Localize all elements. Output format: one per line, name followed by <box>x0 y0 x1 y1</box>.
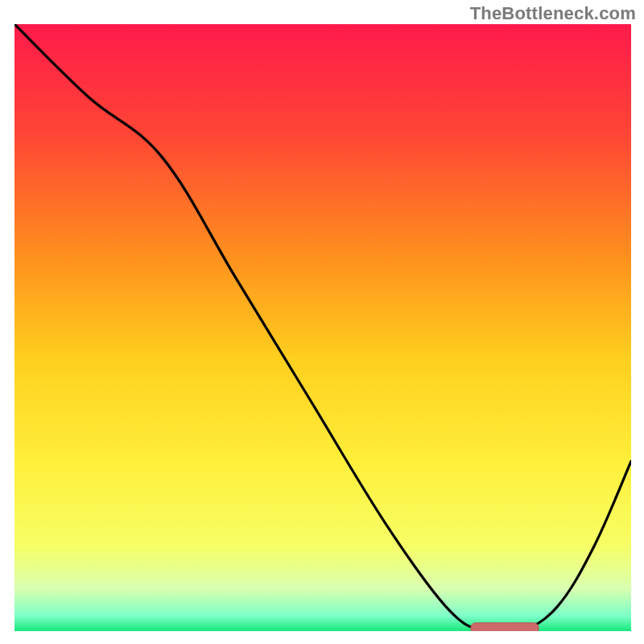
bottleneck-chart <box>14 24 631 631</box>
optimal-marker <box>471 623 539 631</box>
attribution-text: TheBottleneck.com <box>470 3 636 24</box>
plot-area <box>14 24 631 631</box>
gradient-background <box>14 24 631 631</box>
chart-frame: TheBottleneck.com <box>0 0 644 644</box>
